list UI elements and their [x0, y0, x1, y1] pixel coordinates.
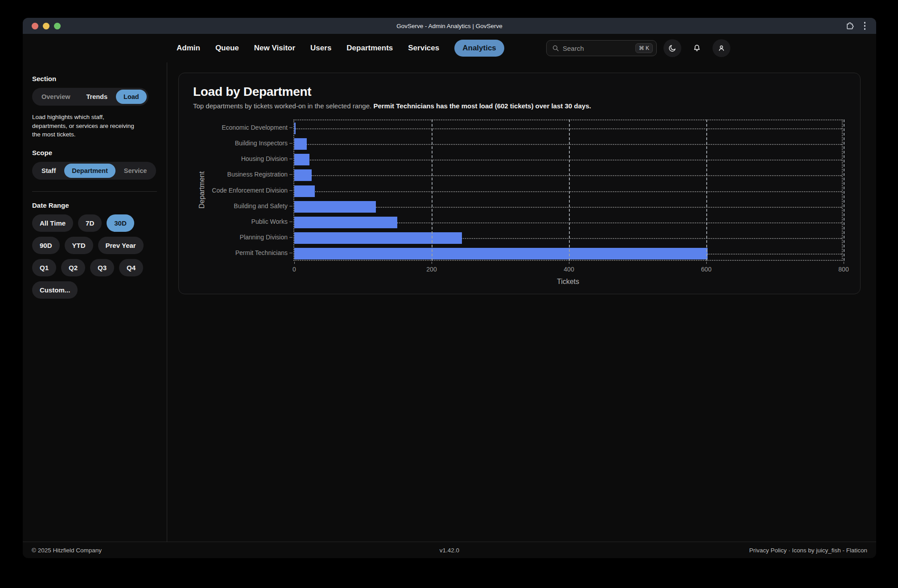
y-tick-economic-development [289, 127, 292, 128]
segment-option-department[interactable]: Department [64, 164, 115, 178]
y-tick-housing-division [289, 159, 292, 159]
date-range-7d[interactable]: 7D [78, 214, 102, 232]
bar-public-works [294, 217, 397, 228]
date-range-options: All Time7D30D90DYTDPrev YearQ1Q2Q3Q4Cust… [32, 214, 157, 299]
load-by-department-card: Load by Department Top departments by ti… [178, 73, 861, 294]
x-tick-label-200: 200 [426, 266, 437, 273]
date-range-30d[interactable]: 30D [107, 214, 134, 232]
bar-housing-division [294, 154, 309, 165]
segment-option-overview[interactable]: Overview [34, 90, 78, 104]
x-tick-label-800: 800 [838, 266, 849, 273]
row-gridline-code-enforcement-division [294, 191, 842, 192]
sidebar-divider [32, 191, 157, 192]
gridline-x-400 [569, 119, 570, 261]
date-range-q1[interactable]: Q1 [32, 259, 56, 276]
row-gridline-building-and-safety [294, 207, 842, 208]
navbar: AdminQueueNew VisitorUsersDepartmentsSer… [23, 34, 876, 62]
profile-button[interactable] [713, 39, 730, 57]
search-input[interactable] [563, 45, 632, 52]
y-category-label-economic-development: Economic Development [193, 124, 288, 131]
card-subtitle: Top departments by tickets worked-on in … [193, 102, 846, 110]
user-icon [717, 44, 726, 53]
x-tick-400 [569, 262, 569, 264]
moon-icon [668, 44, 677, 53]
search-box[interactable]: ⌘ K [546, 40, 657, 56]
row-gridline-economic-development [294, 128, 842, 129]
bell-icon [692, 44, 701, 53]
scope-segmented-control: StaffDepartmentService [32, 162, 156, 180]
nav-item-users[interactable]: Users [310, 40, 331, 56]
y-category-label-housing-division: Housing Division [193, 155, 288, 162]
x-tick-600 [706, 262, 707, 264]
date-range-all-time[interactable]: All Time [32, 214, 73, 232]
date-range-custom[interactable]: Custom... [32, 281, 78, 299]
segment-option-service[interactable]: Service [116, 164, 155, 178]
gridline-x-600 [706, 119, 707, 261]
titlebar: GovServe - Admin Analytics | GovServe [23, 18, 876, 34]
nav-item-analytics[interactable]: Analytics [454, 40, 504, 57]
x-tick-200 [432, 262, 432, 264]
date-range-ytd[interactable]: YTD [65, 237, 93, 254]
card-title: Load by Department [193, 85, 846, 99]
segment-option-load[interactable]: Load [116, 90, 147, 104]
nav-item-queue[interactable]: Queue [215, 40, 239, 56]
y-tick-planning-division [289, 237, 292, 238]
app-window: GovServe - Admin Analytics | GovServe Ad… [23, 18, 876, 558]
row-gridline-housing-division [294, 160, 842, 160]
date-range-label: Date Range [32, 201, 157, 209]
notifications-button[interactable] [688, 39, 706, 57]
window-title: GovServe - Admin Analytics | GovServe [23, 23, 876, 29]
date-range-q2[interactable]: Q2 [61, 259, 85, 276]
date-range-q3[interactable]: Q3 [90, 259, 114, 276]
search-icon [552, 45, 559, 52]
x-tick-800 [844, 262, 844, 264]
nav-list: AdminQueueNew VisitorUsersDepartmentsSer… [177, 40, 504, 57]
segment-option-trends[interactable]: Trends [79, 90, 115, 104]
y-tick-public-works [289, 222, 292, 222]
bar-building-and-safety [294, 201, 376, 213]
section-label: Section [32, 75, 157, 82]
bar-planning-division [294, 232, 462, 244]
x-tick-label-400: 400 [564, 266, 574, 273]
y-category-label-code-enforcement-division: Code Enforcement Division [193, 187, 288, 194]
date-range-prev-year[interactable]: Prev Year [98, 237, 144, 254]
x-tick-0 [294, 262, 295, 264]
scope-label: Scope [32, 149, 157, 156]
nav-item-admin[interactable]: Admin [177, 40, 200, 56]
sidebar: Section OverviewTrendsLoad Load highligh… [23, 62, 167, 542]
nav-item-new-visitor[interactable]: New Visitor [254, 40, 295, 56]
x-tick-label-600: 600 [701, 266, 711, 273]
y-category-label-public-works: Public Works [193, 218, 288, 225]
y-category-label-planning-division: Planning Division [193, 234, 288, 241]
footer-links[interactable]: Privacy Policy · Icons by juicy_fish - F… [749, 547, 867, 554]
section-segmented-control: OverviewTrendsLoad [32, 88, 148, 106]
y-tick-building-inspectors [289, 143, 292, 144]
bar-building-inspectors [294, 138, 307, 150]
bar-chart: Department 0200400600800 Economic Develo… [193, 119, 846, 289]
y-category-label-building-inspectors: Building Inspectors [193, 140, 288, 147]
nav-item-services[interactable]: Services [408, 40, 439, 56]
main-content: Load by Department Top departments by ti… [167, 62, 876, 542]
bar-code-enforcement-division [294, 185, 315, 197]
bar-permit-technicians [294, 248, 708, 259]
gridline-x-800 [844, 119, 844, 261]
y-tick-code-enforcement-division [289, 190, 292, 191]
bar-economic-development [294, 123, 296, 134]
y-tick-business-registration [289, 174, 292, 175]
segment-option-staff[interactable]: Staff [34, 164, 63, 178]
date-range-90d[interactable]: 90D [32, 237, 60, 254]
bar-business-registration [294, 169, 312, 181]
x-tick-label-0: 0 [292, 266, 296, 273]
y-tick-building-and-safety [289, 206, 292, 206]
date-range-q4[interactable]: Q4 [119, 259, 143, 276]
plot-area: 0200400600800 [293, 119, 843, 261]
row-gridline-building-inspectors [294, 144, 842, 145]
section-description: Load highlights which staff, departments… [32, 113, 140, 139]
theme-toggle-button[interactable] [663, 39, 681, 57]
y-tick-permit-technicians [289, 253, 292, 253]
footer: © 2025 Hitzfield Company v1.42.0 Privacy… [23, 542, 876, 558]
nav-item-departments[interactable]: Departments [346, 40, 393, 56]
gridline-x-200 [432, 119, 433, 261]
y-category-label-business-registration: Business Registration [193, 171, 288, 178]
y-category-label-building-and-safety: Building and Safety [193, 202, 288, 210]
